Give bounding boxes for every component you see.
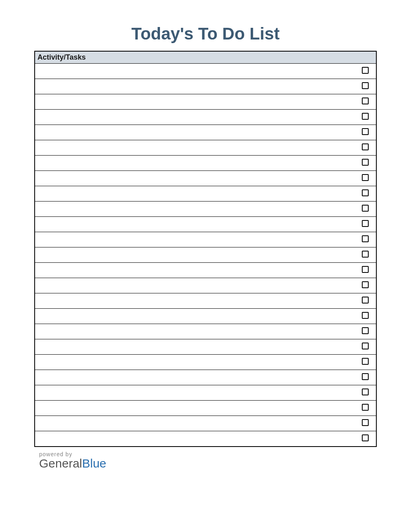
task-text-cell[interactable] bbox=[35, 401, 359, 416]
checkbox-icon[interactable] bbox=[362, 434, 369, 441]
task-check-cell bbox=[359, 370, 376, 385]
task-row bbox=[35, 186, 376, 202]
task-text-cell[interactable] bbox=[35, 370, 359, 385]
checkbox-icon[interactable] bbox=[362, 113, 369, 120]
table-header-row: Activity/Tasks bbox=[35, 51, 376, 64]
checkbox-icon[interactable] bbox=[362, 251, 369, 258]
checkbox-icon[interactable] bbox=[362, 358, 369, 365]
task-check-cell bbox=[359, 324, 376, 339]
task-text-cell[interactable] bbox=[35, 385, 359, 401]
task-check-cell bbox=[359, 79, 376, 94]
task-row bbox=[35, 324, 376, 339]
task-text-cell[interactable] bbox=[35, 247, 359, 263]
todo-table: Activity/Tasks bbox=[34, 51, 377, 447]
task-check-cell bbox=[359, 278, 376, 293]
task-text-cell[interactable] bbox=[35, 156, 359, 171]
task-check-cell bbox=[359, 416, 376, 431]
task-text-cell[interactable] bbox=[35, 94, 359, 110]
task-row bbox=[35, 64, 376, 79]
task-check-cell bbox=[359, 339, 376, 355]
task-text-cell[interactable] bbox=[35, 79, 359, 94]
task-text-cell[interactable] bbox=[35, 64, 359, 79]
footer: powered by GeneralBlue bbox=[39, 451, 377, 470]
task-row bbox=[35, 370, 376, 385]
task-text-cell[interactable] bbox=[35, 355, 359, 370]
checkbox-icon[interactable] bbox=[362, 98, 369, 104]
task-row bbox=[35, 79, 376, 94]
checkbox-icon[interactable] bbox=[362, 327, 369, 334]
checkbox-icon[interactable] bbox=[362, 297, 369, 303]
task-check-cell bbox=[359, 186, 376, 202]
checkbox-icon[interactable] bbox=[362, 143, 369, 150]
checkbox-icon[interactable] bbox=[362, 404, 369, 411]
task-row bbox=[35, 94, 376, 110]
task-check-cell bbox=[359, 355, 376, 370]
task-row bbox=[35, 355, 376, 370]
checkbox-icon[interactable] bbox=[362, 205, 369, 212]
task-check-cell bbox=[359, 64, 376, 79]
task-row bbox=[35, 110, 376, 125]
task-row bbox=[35, 125, 376, 140]
task-check-cell bbox=[359, 263, 376, 278]
task-text-cell[interactable] bbox=[35, 171, 359, 186]
checkbox-icon[interactable] bbox=[362, 343, 369, 349]
checkbox-icon[interactable] bbox=[362, 419, 369, 426]
task-text-cell[interactable] bbox=[35, 232, 359, 247]
task-check-cell bbox=[359, 401, 376, 416]
checkbox-icon[interactable] bbox=[362, 159, 369, 166]
task-text-cell[interactable] bbox=[35, 339, 359, 355]
checkbox-icon[interactable] bbox=[362, 128, 369, 135]
task-text-cell[interactable] bbox=[35, 416, 359, 431]
task-text-cell[interactable] bbox=[35, 110, 359, 125]
checkbox-icon[interactable] bbox=[362, 235, 369, 242]
task-text-cell[interactable] bbox=[35, 278, 359, 293]
task-text-cell[interactable] bbox=[35, 263, 359, 278]
task-text-cell[interactable] bbox=[35, 125, 359, 140]
task-row bbox=[35, 217, 376, 232]
checkbox-icon[interactable] bbox=[362, 373, 369, 380]
task-row bbox=[35, 232, 376, 247]
task-row bbox=[35, 431, 376, 447]
task-text-cell[interactable] bbox=[35, 293, 359, 309]
task-row bbox=[35, 401, 376, 416]
brand-part-general: General bbox=[39, 457, 82, 470]
task-check-cell bbox=[359, 293, 376, 309]
task-row bbox=[35, 293, 376, 309]
brand-logo: GeneralBlue bbox=[39, 457, 377, 470]
task-text-cell[interactable] bbox=[35, 140, 359, 156]
task-check-cell bbox=[359, 171, 376, 186]
checkbox-icon[interactable] bbox=[362, 82, 369, 89]
task-row bbox=[35, 339, 376, 355]
task-check-cell bbox=[359, 385, 376, 401]
task-row bbox=[35, 140, 376, 156]
task-check-cell bbox=[359, 202, 376, 217]
page-title: Today's To Do List bbox=[34, 24, 377, 44]
checkbox-icon[interactable] bbox=[362, 266, 369, 273]
checkbox-icon[interactable] bbox=[362, 67, 369, 74]
task-row bbox=[35, 247, 376, 263]
task-row bbox=[35, 202, 376, 217]
task-row bbox=[35, 416, 376, 431]
checkbox-icon[interactable] bbox=[362, 312, 369, 319]
task-check-cell bbox=[359, 110, 376, 125]
task-text-cell[interactable] bbox=[35, 202, 359, 217]
checkbox-icon[interactable] bbox=[362, 189, 369, 196]
task-row bbox=[35, 278, 376, 293]
checkbox-icon[interactable] bbox=[362, 220, 369, 227]
column-header-activity: Activity/Tasks bbox=[35, 51, 376, 64]
task-row bbox=[35, 263, 376, 278]
task-row bbox=[35, 156, 376, 171]
task-text-cell[interactable] bbox=[35, 217, 359, 232]
task-check-cell bbox=[359, 156, 376, 171]
task-text-cell[interactable] bbox=[35, 186, 359, 202]
task-row bbox=[35, 309, 376, 324]
task-text-cell[interactable] bbox=[35, 431, 359, 447]
task-text-cell[interactable] bbox=[35, 309, 359, 324]
task-text-cell[interactable] bbox=[35, 324, 359, 339]
checkbox-icon[interactable] bbox=[362, 174, 369, 181]
checkbox-icon[interactable] bbox=[362, 389, 369, 395]
task-check-cell bbox=[359, 232, 376, 247]
task-row bbox=[35, 171, 376, 186]
task-check-cell bbox=[359, 431, 376, 447]
checkbox-icon[interactable] bbox=[362, 281, 369, 288]
